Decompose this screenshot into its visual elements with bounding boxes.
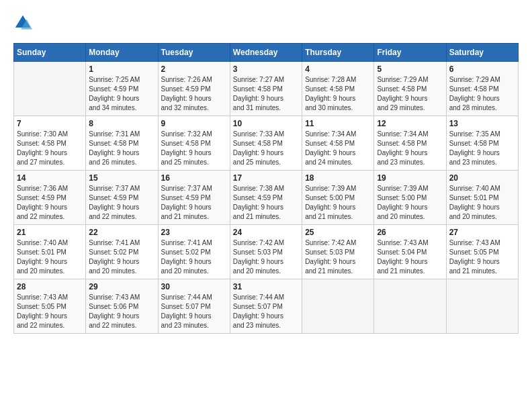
week-row-1: 1Sunrise: 7:25 AM Sunset: 4:59 PM Daylig… [14,62,519,116]
day-info: Sunrise: 7:41 AM Sunset: 5:02 PM Dayligh… [89,238,154,276]
day-info: Sunrise: 7:29 AM Sunset: 4:58 PM Dayligh… [377,75,443,113]
day-cell: 12Sunrise: 7:34 AM Sunset: 4:58 PM Dayli… [374,116,446,171]
day-info: Sunrise: 7:39 AM Sunset: 5:00 PM Dayligh… [305,184,371,222]
day-info: Sunrise: 7:25 AM Sunset: 4:59 PM Dayligh… [89,75,154,113]
week-row-3: 14Sunrise: 7:36 AM Sunset: 4:59 PM Dayli… [14,171,519,225]
day-info: Sunrise: 7:41 AM Sunset: 5:02 PM Dayligh… [161,238,227,276]
day-cell: 5Sunrise: 7:29 AM Sunset: 4:58 PM Daylig… [374,62,446,116]
day-cell: 4Sunrise: 7:28 AM Sunset: 4:58 PM Daylig… [302,62,374,116]
day-number: 19 [377,173,443,183]
day-cell: 20Sunrise: 7:40 AM Sunset: 5:01 PM Dayli… [446,171,518,225]
day-info: Sunrise: 7:43 AM Sunset: 5:06 PM Dayligh… [89,293,154,330]
day-cell: 18Sunrise: 7:39 AM Sunset: 5:00 PM Dayli… [302,171,374,225]
day-info: Sunrise: 7:37 AM Sunset: 4:59 PM Dayligh… [89,184,154,222]
day-cell: 25Sunrise: 7:42 AM Sunset: 5:03 PM Dayli… [302,225,374,279]
day-number: 30 [161,282,227,291]
week-row-2: 7Sunrise: 7:30 AM Sunset: 4:58 PM Daylig… [14,116,519,171]
day-cell: 17Sunrise: 7:38 AM Sunset: 4:59 PM Dayli… [230,171,302,225]
day-info: Sunrise: 7:42 AM Sunset: 5:03 PM Dayligh… [305,238,371,276]
day-cell: 30Sunrise: 7:44 AM Sunset: 5:07 PM Dayli… [158,279,230,334]
day-number: 4 [305,64,371,74]
day-info: Sunrise: 7:42 AM Sunset: 5:03 PM Dayligh… [233,238,299,276]
day-number: 26 [377,228,443,237]
day-number: 14 [17,173,83,183]
day-cell: 11Sunrise: 7:34 AM Sunset: 4:58 PM Dayli… [302,116,374,171]
day-number: 7 [17,119,83,128]
day-number: 25 [305,228,371,237]
day-cell: 26Sunrise: 7:43 AM Sunset: 5:04 PM Dayli… [374,225,446,279]
header-saturday: Saturday [446,44,518,62]
day-number: 18 [305,173,371,183]
day-number: 9 [161,119,227,128]
header-friday: Friday [374,44,446,62]
day-cell: 23Sunrise: 7:41 AM Sunset: 5:02 PM Dayli… [158,225,230,279]
day-info: Sunrise: 7:33 AM Sunset: 4:58 PM Dayligh… [233,130,299,167]
day-cell: 21Sunrise: 7:40 AM Sunset: 5:01 PM Dayli… [14,225,86,279]
week-row-4: 21Sunrise: 7:40 AM Sunset: 5:01 PM Dayli… [14,225,519,279]
day-cell: 22Sunrise: 7:41 AM Sunset: 5:02 PM Dayli… [86,225,158,279]
logo-icon [13,13,32,32]
day-number: 2 [161,64,227,74]
day-number: 6 [449,64,515,74]
day-info: Sunrise: 7:32 AM Sunset: 4:58 PM Dayligh… [161,130,227,167]
day-info: Sunrise: 7:29 AM Sunset: 4:58 PM Dayligh… [449,75,515,113]
day-info: Sunrise: 7:36 AM Sunset: 4:59 PM Dayligh… [17,184,83,222]
day-cell [302,279,374,334]
day-number: 1 [89,64,154,74]
day-number: 3 [233,64,299,74]
page-header [13,13,519,32]
day-number: 12 [377,119,443,128]
day-cell: 28Sunrise: 7:43 AM Sunset: 5:05 PM Dayli… [14,279,86,334]
header-tuesday: Tuesday [158,44,230,62]
day-info: Sunrise: 7:43 AM Sunset: 5:04 PM Dayligh… [377,238,443,276]
day-cell: 24Sunrise: 7:42 AM Sunset: 5:03 PM Dayli… [230,225,302,279]
day-info: Sunrise: 7:35 AM Sunset: 4:58 PM Dayligh… [449,130,515,167]
day-cell: 16Sunrise: 7:37 AM Sunset: 4:59 PM Dayli… [158,171,230,225]
day-info: Sunrise: 7:44 AM Sunset: 5:07 PM Dayligh… [161,293,227,330]
day-cell: 7Sunrise: 7:30 AM Sunset: 4:58 PM Daylig… [14,116,86,171]
day-cell: 1Sunrise: 7:25 AM Sunset: 4:59 PM Daylig… [86,62,158,116]
day-cell: 19Sunrise: 7:39 AM Sunset: 5:00 PM Dayli… [374,171,446,225]
header-monday: Monday [86,44,158,62]
day-info: Sunrise: 7:40 AM Sunset: 5:01 PM Dayligh… [17,238,83,276]
day-number: 13 [449,119,515,128]
header-wednesday: Wednesday [230,44,302,62]
day-number: 11 [305,119,371,128]
day-info: Sunrise: 7:43 AM Sunset: 5:05 PM Dayligh… [17,293,83,330]
day-cell: 9Sunrise: 7:32 AM Sunset: 4:58 PM Daylig… [158,116,230,171]
logo [13,13,35,32]
day-info: Sunrise: 7:34 AM Sunset: 4:58 PM Dayligh… [377,130,443,167]
day-number: 8 [89,119,154,128]
day-info: Sunrise: 7:34 AM Sunset: 4:58 PM Dayligh… [305,130,371,167]
day-info: Sunrise: 7:26 AM Sunset: 4:59 PM Dayligh… [161,75,227,113]
day-cell: 27Sunrise: 7:43 AM Sunset: 5:05 PM Dayli… [446,225,518,279]
week-row-5: 28Sunrise: 7:43 AM Sunset: 5:05 PM Dayli… [14,279,519,334]
day-number: 17 [233,173,299,183]
day-number: 20 [449,173,515,183]
day-cell: 15Sunrise: 7:37 AM Sunset: 4:59 PM Dayli… [86,171,158,225]
day-number: 24 [233,228,299,237]
day-number: 23 [161,228,227,237]
day-number: 10 [233,119,299,128]
day-number: 22 [89,228,154,237]
day-cell: 29Sunrise: 7:43 AM Sunset: 5:06 PM Dayli… [86,279,158,334]
day-cell [14,62,86,116]
day-cell [374,279,446,334]
day-info: Sunrise: 7:37 AM Sunset: 4:59 PM Dayligh… [161,184,227,222]
day-info: Sunrise: 7:31 AM Sunset: 4:58 PM Dayligh… [89,130,154,167]
day-number: 29 [89,282,154,291]
day-info: Sunrise: 7:40 AM Sunset: 5:01 PM Dayligh… [449,184,515,222]
day-info: Sunrise: 7:39 AM Sunset: 5:00 PM Dayligh… [377,184,443,222]
day-number: 28 [17,282,83,291]
day-info: Sunrise: 7:30 AM Sunset: 4:58 PM Dayligh… [17,130,83,167]
day-info: Sunrise: 7:44 AM Sunset: 5:07 PM Dayligh… [233,293,299,330]
day-cell: 10Sunrise: 7:33 AM Sunset: 4:58 PM Dayli… [230,116,302,171]
day-cell: 31Sunrise: 7:44 AM Sunset: 5:07 PM Dayli… [230,279,302,334]
day-number: 21 [17,228,83,237]
day-info: Sunrise: 7:28 AM Sunset: 4:58 PM Dayligh… [305,75,371,113]
day-number: 16 [161,173,227,183]
day-info: Sunrise: 7:43 AM Sunset: 5:05 PM Dayligh… [449,238,515,276]
day-number: 31 [233,282,299,291]
day-cell: 14Sunrise: 7:36 AM Sunset: 4:59 PM Dayli… [14,171,86,225]
day-number: 15 [89,173,154,183]
